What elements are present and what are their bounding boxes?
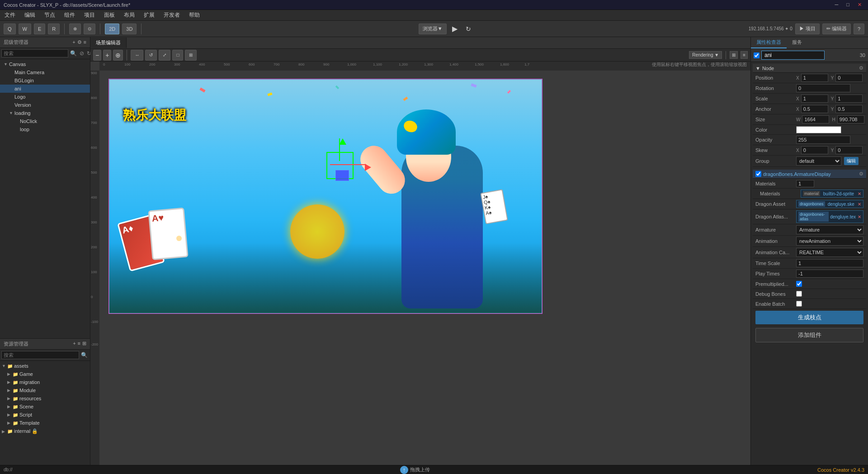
tree-item-internal[interactable]: ▶ 📁 internal 🔒 bbox=[0, 427, 90, 436]
menu-help[interactable]: 帮助 bbox=[187, 10, 202, 20]
skew-y-input[interactable] bbox=[835, 146, 863, 154]
close-btn[interactable]: ✕ bbox=[855, 2, 864, 8]
dragon-atlas-remove-btn[interactable]: ✕ bbox=[858, 214, 861, 219]
anchor-y-input[interactable] bbox=[835, 105, 863, 113]
tree-item-bglogin[interactable]: BGLogin bbox=[0, 76, 90, 85]
menu-project[interactable]: 项目 bbox=[82, 10, 97, 20]
hierarchy-settings-btn[interactable]: ⚙ bbox=[77, 39, 82, 45]
generate-skeleton-btn[interactable]: 生成枝点 bbox=[755, 311, 863, 324]
tree-item-script[interactable]: ▶ 📁 Script bbox=[0, 411, 90, 419]
local-mode-btn[interactable]: ⊕ bbox=[69, 24, 81, 34]
preview-dropdown[interactable]: 浏览器▼ bbox=[419, 24, 447, 34]
dragonbones-active[interactable] bbox=[755, 171, 761, 177]
rotation-input[interactable] bbox=[796, 84, 850, 92]
maximize-btn[interactable]: □ bbox=[844, 2, 852, 8]
dragon-asset-remove-btn[interactable]: ✕ bbox=[858, 202, 861, 207]
assets-add-btn[interactable]: + bbox=[73, 341, 75, 347]
hierarchy-more-btn[interactable]: ≡ bbox=[84, 39, 86, 45]
anchor-x-input[interactable] bbox=[801, 105, 828, 113]
move-tool-btn[interactable]: ↔ bbox=[131, 50, 143, 61]
scale-tool-btn[interactable]: ⤢ bbox=[159, 50, 170, 61]
armature-select[interactable]: Armature bbox=[796, 225, 863, 234]
tree-item-game[interactable]: ▶ 📁 Game bbox=[0, 370, 90, 378]
tree-item-main-camera[interactable]: Main Camera bbox=[0, 68, 90, 76]
tree-item-noclick[interactable]: NoClick bbox=[0, 117, 90, 125]
menu-file[interactable]: 文件 bbox=[3, 10, 17, 20]
pivot-btn[interactable]: ⊙ bbox=[84, 24, 95, 34]
2d-btn[interactable]: 2D bbox=[105, 24, 119, 34]
tree-item-version[interactable]: Version bbox=[0, 101, 90, 109]
tree-item-ani[interactable]: ani bbox=[0, 85, 90, 93]
dragonbones-header[interactable]: dragonBones.ArmatureDisplay ⚙ bbox=[753, 170, 866, 179]
scene-editor-tab[interactable]: 场景编辑器 bbox=[90, 38, 127, 48]
tree-item-scene-assets[interactable]: ▶ 📁 Scene bbox=[0, 403, 90, 411]
node-section-header[interactable]: ▼ Node ⚙ bbox=[753, 64, 866, 73]
tree-item-loading[interactable]: ▼ loading bbox=[0, 109, 90, 117]
editor-btn[interactable]: ✏ 编辑器 bbox=[822, 24, 851, 34]
menu-panel[interactable]: 面板 bbox=[102, 10, 117, 20]
scale-y-input[interactable] bbox=[835, 95, 863, 103]
play-times-input[interactable] bbox=[796, 270, 863, 278]
tree-item-logo[interactable]: Logo bbox=[0, 93, 90, 101]
menu-component[interactable]: 组件 bbox=[62, 10, 77, 20]
dragon-asset-ref[interactable]: dragonbones dengluye.ske ✕ bbox=[796, 200, 863, 208]
dragonbones-settings-icon[interactable]: ⚙ bbox=[859, 171, 863, 177]
transform-q-btn[interactable]: Q bbox=[4, 24, 16, 34]
combined-tool-btn[interactable]: ⊞ bbox=[185, 50, 197, 61]
materials-count[interactable] bbox=[796, 180, 814, 187]
debug-bones-checkbox[interactable] bbox=[796, 291, 802, 297]
opacity-input[interactable] bbox=[796, 136, 850, 144]
group-select[interactable]: default bbox=[796, 156, 841, 166]
edit-group-btn[interactable]: 编辑 bbox=[844, 157, 859, 165]
tree-item-loop[interactable]: loop bbox=[0, 125, 90, 133]
tree-item-migration[interactable]: ▶ 📁 migration bbox=[0, 378, 90, 386]
material-ref[interactable]: material builtin-2d-sprite ✕ bbox=[801, 190, 863, 198]
upload-btn[interactable]: ↑ 拖拽上传 bbox=[400, 466, 430, 474]
project-btn[interactable]: ▶ 项目 bbox=[795, 24, 820, 34]
play-btn[interactable]: ▶ bbox=[449, 24, 460, 34]
tree-item-template[interactable]: ▶ 📁 Template bbox=[0, 419, 90, 427]
premultiplied-checkbox[interactable] bbox=[796, 281, 802, 287]
dragon-atlas-ref[interactable]: dragonbones-atlas dengluye.tex ✕ bbox=[796, 210, 863, 223]
hierarchy-filter-btn[interactable]: ⊘ bbox=[79, 49, 85, 57]
anim-cache-select[interactable]: REALTIME bbox=[796, 248, 863, 257]
zoom-in-btn[interactable]: + bbox=[103, 50, 111, 61]
add-component-btn[interactable]: 添加组件 bbox=[755, 328, 863, 342]
menu-layout[interactable]: 布局 bbox=[122, 10, 137, 20]
node-name-input[interactable] bbox=[761, 51, 825, 60]
scale-x-input[interactable] bbox=[801, 95, 828, 103]
tree-item-assets[interactable]: ▼ 📁 assets bbox=[0, 362, 90, 370]
hierarchy-search-input[interactable] bbox=[1, 49, 68, 57]
menu-edit[interactable]: 编辑 bbox=[23, 10, 37, 20]
assets-list-btn[interactable]: ≡ bbox=[78, 341, 80, 347]
node-settings-icon[interactable]: ⚙ bbox=[859, 65, 863, 71]
transform-w-btn[interactable]: W bbox=[19, 24, 31, 34]
fit-btn[interactable]: ⊕ bbox=[113, 50, 123, 61]
enable-batch-checkbox[interactable] bbox=[796, 301, 802, 307]
rotate-tool-btn[interactable]: ↺ bbox=[145, 50, 157, 61]
tree-item-module[interactable]: ▶ 📁 Module bbox=[0, 386, 90, 394]
skew-x-input[interactable] bbox=[801, 146, 828, 154]
position-y-input[interactable] bbox=[835, 74, 863, 82]
gizmo-btn[interactable]: ≡ bbox=[741, 51, 748, 59]
help-btn[interactable]: ? bbox=[854, 24, 864, 34]
menu-node[interactable]: 节点 bbox=[42, 10, 57, 20]
hierarchy-add-btn[interactable]: + bbox=[72, 39, 75, 45]
scene-view-btn[interactable]: ⊞ bbox=[730, 51, 738, 59]
color-swatch[interactable] bbox=[796, 126, 841, 133]
menu-extend[interactable]: 扩展 bbox=[142, 10, 156, 20]
tree-item-canvas[interactable]: ▼ Canvas bbox=[0, 60, 90, 68]
position-x-input[interactable] bbox=[801, 74, 828, 82]
assets-search-input[interactable] bbox=[1, 351, 79, 359]
refresh-btn[interactable]: ↻ bbox=[463, 24, 474, 33]
transform-e-btn[interactable]: E bbox=[34, 24, 45, 34]
animation-select[interactable]: newAnimation bbox=[796, 237, 863, 246]
material-remove-btn[interactable]: ✕ bbox=[858, 191, 861, 196]
properties-tab[interactable]: 属性检查器 bbox=[751, 37, 787, 48]
size-w-input[interactable] bbox=[802, 115, 829, 123]
scene-canvas-area[interactable]: 900 800 700 600 500 400 300 200 100 0 -1… bbox=[90, 62, 750, 465]
time-scale-input[interactable] bbox=[796, 259, 863, 267]
tree-item-resources[interactable]: ▶ 📁 resources bbox=[0, 394, 90, 403]
service-tab[interactable]: 服务 bbox=[787, 37, 807, 48]
3d-btn[interactable]: 3D bbox=[122, 24, 137, 34]
